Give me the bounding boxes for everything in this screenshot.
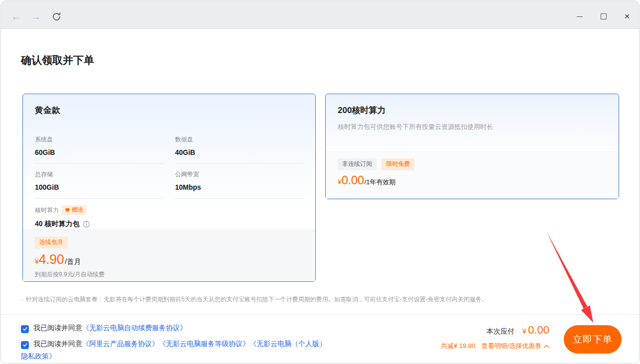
credit-card-title: 200核时算力: [338, 105, 607, 116]
minimize-button[interactable]: [573, 9, 587, 23]
spec-label: 数据盘: [175, 135, 304, 144]
agreements-block: 我已阅读并同意《无影云电脑自动续费服务协议》 我已阅读并同意《阿里云产品服务协议…: [21, 322, 331, 364]
gift-badge: 赠送: [62, 205, 87, 215]
close-icon: ×: [624, 11, 630, 22]
forward-icon[interactable]: →: [28, 9, 43, 24]
plan-card-title: 黄金款: [35, 105, 303, 116]
agreement1-checkbox[interactable]: [21, 325, 29, 333]
minimize-icon: [577, 16, 583, 17]
info-icon[interactable]: [83, 221, 90, 228]
spec-label: 核时算力: [35, 206, 59, 215]
currency-symbol: ¥: [35, 257, 39, 265]
non-subscription-tag: 非连续订阅: [338, 158, 377, 170]
chevron-up-icon: [544, 345, 549, 348]
maximize-button[interactable]: [597, 9, 611, 23]
payable-currency: ¥: [522, 327, 526, 335]
back-icon[interactable]: ←: [9, 9, 24, 24]
spec-value: 60GiB: [35, 148, 163, 156]
credit-price-unit: /1年有效期: [365, 178, 396, 187]
discount-total: 共减¥ 19.80: [441, 342, 475, 351]
spec-bandwidth: 公网带宽 10Mbps: [175, 164, 304, 199]
plan-price-unit: /首月: [65, 257, 81, 266]
compute-credit-card: 200核时算力 核时算力包可供您账号下所有按量云资源抵扣使用时长 非连续订阅 限…: [325, 94, 619, 199]
place-order-button[interactable]: 立即下单: [564, 325, 622, 354]
gift-badge-label: 赠送: [72, 206, 84, 214]
agreement-row-2: 我已阅读并同意《阿里云产品服务协议》《无影云电脑服务等级协议》《无影云电脑（个人…: [21, 338, 331, 363]
payable-amount: 0.00: [528, 325, 549, 336]
agreement1-prefix: 我已阅读并同意: [33, 324, 82, 332]
view-detail-label: 查看明细/选择优惠券: [481, 342, 541, 351]
spec-label: 公网带宽: [175, 170, 304, 179]
currency-symbol: ¥: [338, 178, 342, 186]
spec-value: 100GiB: [35, 183, 163, 191]
plan-card-gold: 黄金款 系统盘 60GiB 数据盘 40GiB 总存储 100GiB 公网带宽 …: [22, 94, 316, 282]
spec-value: 40 核时算力包: [35, 220, 79, 229]
subscription-badge: 连续包月: [35, 237, 68, 248]
page-title: 确认领取并下单: [21, 53, 94, 67]
limited-free-tag: 限时免费: [382, 158, 414, 170]
plan-price-amount: 4.90: [39, 253, 64, 266]
spec-value: 10Mbps: [175, 183, 304, 191]
browser-toolbar: ← → ×: [1, 1, 639, 29]
spec-label: 系统盘: [35, 135, 163, 144]
credit-card-subtitle: 核时算力包可供您账号下所有按量云资源抵扣使用时长: [338, 122, 607, 131]
product-service-agreement-link[interactable]: 《阿里云产品服务协议》: [82, 340, 159, 348]
maximize-icon: [601, 13, 607, 19]
gift-heart-icon: [65, 207, 70, 213]
spec-value: 40GiB: [175, 148, 304, 156]
close-button[interactable]: ×: [620, 9, 634, 23]
spec-system-disk: 系统盘 60GiB: [35, 129, 163, 164]
spec-total-storage: 总存储 100GiB: [35, 164, 163, 199]
view-detail-coupon-link[interactable]: 查看明细/选择优惠券: [481, 342, 549, 351]
plan-spec-grid: 系统盘 60GiB 数据盘 40GiB 总存储 100GiB 公网带宽 10Mb…: [35, 129, 303, 236]
agreement-row-1: 我已阅读并同意《无影云电脑自动续费服务协议》: [21, 322, 331, 334]
plan-price-section: 连续包月 ¥ 4.90 /首月 到期后按9.9元/月自动续费: [23, 229, 315, 281]
auto-renew-agreement-link[interactable]: 《无影云电脑自动续费服务协议》: [82, 324, 187, 332]
billing-notice: 针对连续订阅的云电脑套餐：无影将在每个计费周期到期前5天的当天从您的支付宝账号扣…: [21, 295, 488, 304]
payment-summary: 本次应付 ¥ 0.00 共减¥ 19.80 查看明细/选择优惠券: [390, 325, 549, 351]
refresh-icon[interactable]: [50, 10, 63, 23]
auto-renew-note: 到期后按9.9元/月自动续费: [35, 270, 303, 279]
checkmark-icon: [22, 342, 28, 348]
service-level-agreement-link[interactable]: 《无影云电脑服务等级协议》: [159, 340, 250, 348]
app-window: ← → × 确认领取并下单 黄金款 系统盘 60GiB 数据盘 40GiB: [0, 0, 640, 364]
checkmark-icon: [22, 326, 28, 332]
footer-divider: [1, 314, 639, 315]
spec-label: 总存储: [35, 170, 163, 179]
spec-data-disk: 数据盘 40GiB: [175, 129, 304, 164]
agreement2-prefix: 我已阅读并同意: [33, 340, 82, 348]
credit-price-section: 非连续订阅 限时免费 ¥ 0.00 /1年有效期: [326, 151, 619, 199]
credit-price-amount: 0.00: [342, 174, 364, 186]
payable-label: 本次应付: [487, 327, 514, 336]
agreement2-checkbox[interactable]: [21, 341, 29, 349]
